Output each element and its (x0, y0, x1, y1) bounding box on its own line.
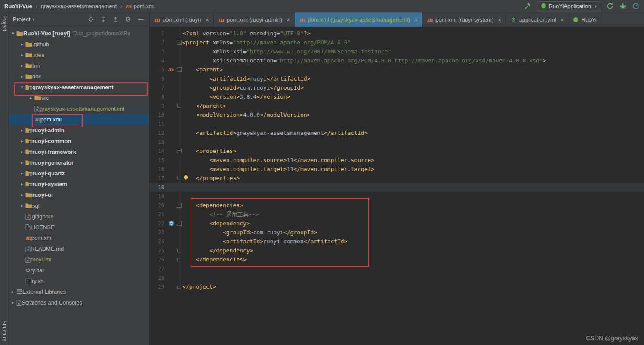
code-line-3: 3 xmlns:xsi="http://www.w3.org/2001/XMLS… (150, 47, 644, 56)
breadcrumb-item-ruoyi-vue[interactable]: RuoYi-Vue (4, 3, 32, 9)
tree-item-grayskyax-assetsmanagement[interactable]: ▾grayskyax-assetsmanagement (9, 82, 149, 93)
tree-item-bin[interactable]: ▸bin (9, 60, 149, 71)
code-text: </project> (182, 282, 216, 291)
tree-item-grayskyax-assetsmanagement-iml[interactable]: grayskyax-assetsmanagement.iml (9, 103, 149, 114)
fold-slot (176, 246, 182, 255)
locate-file-icon[interactable] (87, 16, 94, 23)
project-stripe-button[interactable]: Project (1, 15, 7, 31)
gutter-slot (167, 264, 176, 273)
fold-end-icon[interactable] (177, 104, 181, 108)
chevron-right-icon[interactable]: ▸ (28, 95, 34, 101)
breadcrumb-item-pom-xml[interactable]: mpom.xml (126, 3, 155, 9)
close-tab-icon[interactable]: × (560, 17, 564, 23)
chevron-right-icon[interactable]: ▸ (18, 181, 25, 187)
tree-item-ruoyi-iml[interactable]: ruoyi.iml (9, 254, 149, 265)
fold-collapse-icon[interactable]: − (177, 203, 182, 208)
bulb-icon[interactable] (183, 175, 188, 183)
chevron-down-icon[interactable]: ▾ (18, 84, 25, 90)
build-hammer-icon[interactable] (524, 2, 532, 10)
tree-item-ruoyi-framework[interactable]: ▸ruoyi-framework (9, 146, 149, 157)
tree-item-pom-xml[interactable]: mpom.xml (9, 233, 149, 243)
tree-item-ruoyi-quartz[interactable]: ▸ruoyi-quartz (9, 168, 149, 179)
chevron-right-icon[interactable]: ▸ (18, 203, 25, 208)
profiler-icon[interactable] (632, 2, 640, 10)
folder-icon (25, 52, 32, 58)
settings-gear-icon[interactable]: ⚙ (125, 16, 132, 23)
fold-end-icon[interactable] (177, 258, 181, 261)
tree-item-pom-xml[interactable]: mpom.xml (9, 114, 149, 125)
project-view-dropdown[interactable]: Project ▾ (13, 16, 35, 22)
tree-item-label: .gitignore (31, 213, 53, 220)
tree-item-label: ruoyi-quartz (32, 170, 65, 177)
chevron-right-icon[interactable]: ▸ (18, 127, 25, 133)
hide-panel-icon[interactable]: — (137, 16, 144, 23)
close-tab-icon[interactable]: × (287, 17, 290, 23)
tree-item-ruoyi-ui[interactable]: ▸ruoyi-ui (9, 190, 149, 200)
tab-application-yml[interactable]: ⚙application.yml× (506, 12, 568, 27)
tree-item-ry-sh[interactable]: >_ry.sh (9, 276, 149, 286)
tree-item-ruoyi-generator[interactable]: ▸ruoyi-generator (9, 157, 149, 168)
debug-icon[interactable] (619, 2, 627, 10)
tree-item-ruoyi-vue-ruoyi[interactable]: ▾RuoYi-Vue [ruoyi]D:\a_project\demo3\Ru (9, 28, 149, 39)
breadcrumb-item-grayskyax-assetsmanagement[interactable]: grayskyax-assetsmanagement (41, 3, 117, 9)
fold-collapse-icon[interactable]: − (177, 221, 182, 226)
tree-item-label: ry.bat (31, 267, 44, 274)
code-editor[interactable]: 1<?xml version="1.0" encoding="UTF-8"?>2… (150, 27, 644, 291)
tree-item-scratches-and-consoles[interactable]: ▸Scratches and Consoles (9, 297, 149, 308)
chevron-right-icon[interactable]: ▸ (18, 74, 25, 79)
structure-stripe-button[interactable]: Structure (1, 320, 7, 342)
code-line-20: 20− <dependencies> (150, 201, 644, 210)
tree-item-license[interactable]: LICENSE (9, 222, 149, 233)
tree-item-ruoyi-admin[interactable]: ▸ruoyi-admin (9, 125, 149, 136)
tree-item-label: RuoYi-Vue [ruoyi] (23, 30, 70, 37)
tree-item-label: ruoyi.iml (31, 256, 51, 263)
line-number: 27 (150, 266, 167, 272)
fold-slot (176, 264, 182, 273)
tree-item-external-libraries[interactable]: ▸External Libraries (9, 286, 149, 297)
tab-ruoyi[interactable]: RuoYi (569, 12, 601, 27)
close-tab-icon[interactable]: × (414, 17, 418, 23)
tree-item-doc[interactable]: ▸doc (9, 71, 149, 82)
chevron-down-icon[interactable]: ▾ (9, 31, 16, 36)
expand-all-icon[interactable] (100, 16, 107, 23)
tab-pom-xml-ruoyi[interactable]: mpom.xml (ruoyi)× (150, 12, 214, 27)
fold-collapse-icon[interactable]: − (177, 40, 182, 45)
chevron-right-icon[interactable]: ▸ (9, 289, 16, 295)
tree-item-src[interactable]: ▸src (9, 93, 149, 103)
tree-item-label: .github (32, 41, 49, 47)
fold-collapse-icon[interactable]: − (177, 67, 182, 72)
chevron-right-icon[interactable]: ▸ (18, 149, 25, 155)
chevron-right-icon[interactable]: ▸ (18, 52, 25, 58)
chevron-right-icon[interactable]: ▸ (18, 138, 25, 144)
tree-item-ry-bat[interactable]: ⚙ry.bat (9, 265, 149, 276)
close-tab-icon[interactable]: × (206, 17, 209, 23)
fold-end-icon[interactable] (177, 249, 181, 252)
tree-item-gitignore[interactable]: .gitignore (9, 211, 149, 222)
tree-item-idea[interactable]: ▸.idea (9, 50, 149, 60)
tree-item-ruoyi-system[interactable]: ▸ruoyi-system (9, 179, 149, 190)
collapse-all-icon[interactable] (112, 16, 119, 23)
chevron-right-icon[interactable]: ▸ (18, 63, 25, 68)
tree-item-sql[interactable]: ▸sql (9, 200, 149, 211)
gutter-slot (167, 137, 176, 146)
tree-item-readme-md[interactable]: README.md (9, 243, 149, 254)
run-config-selector[interactable]: RuoYiApplication ▾ (537, 1, 601, 11)
chevron-right-icon[interactable]: ▸ (18, 171, 25, 176)
chevron-right-icon[interactable]: ▸ (18, 192, 25, 198)
tab-pom-xml-ruoyi-admin[interactable]: mpom.xml (ruoyi-admin)× (214, 12, 295, 27)
fold-collapse-icon[interactable]: − (177, 149, 182, 153)
fold-end-icon[interactable] (177, 177, 181, 180)
tree-item-ruoyi-common[interactable]: ▸ruoyi-common (9, 136, 149, 146)
rerun-icon[interactable] (606, 2, 614, 10)
gutter-slot (167, 228, 176, 237)
tree-item-github[interactable]: ▸.github (9, 39, 149, 50)
close-tab-icon[interactable]: × (498, 17, 501, 23)
tree-item-label: ruoyi-system (32, 181, 67, 187)
fold-end-icon[interactable] (177, 285, 181, 289)
tab-pom-xml-ruoyi-system[interactable]: mpom.xml (ruoyi-system)× (422, 12, 506, 27)
chevron-right-icon[interactable]: ▸ (18, 41, 25, 47)
chevron-right-icon[interactable]: ▸ (9, 300, 16, 305)
maven-file-icon: m (154, 17, 160, 23)
tab-pom-xml-grayskyax-assetsmanagement[interactable]: mpom.xml (grayskyax-assetsmanagement)× (295, 12, 422, 27)
chevron-right-icon[interactable]: ▸ (18, 160, 25, 165)
